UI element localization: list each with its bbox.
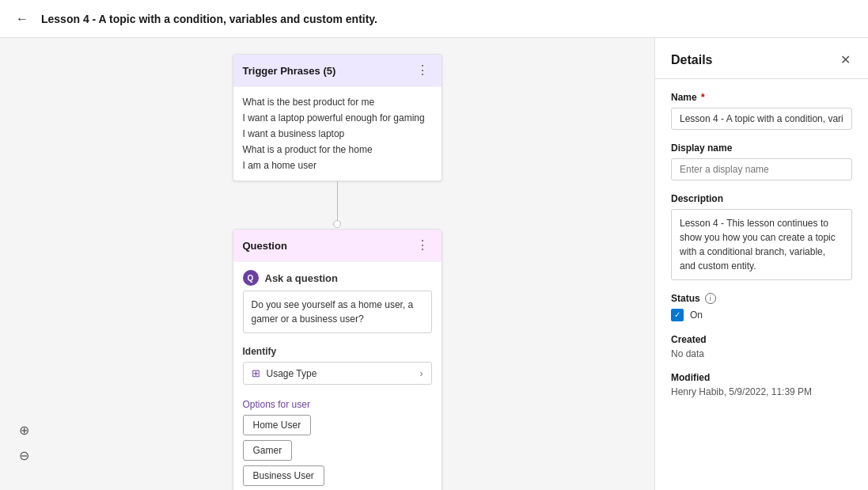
modified-value: Henry Habib, 5/9/2022, 11:39 PM <box>671 386 852 397</box>
usage-type-left: ⊞ Usage Type <box>252 367 317 379</box>
zoom-in-icon: ⊕ <box>19 423 29 438</box>
zoom-out-button[interactable]: ⊖ <box>13 444 35 466</box>
list-item: What is a product for the home <box>243 142 432 157</box>
status-on-text: On <box>690 310 703 321</box>
status-label: Status <box>671 293 700 304</box>
status-checkbox[interactable] <box>671 309 684 321</box>
identify-section: Identify ⊞ Usage Type › <box>233 341 442 393</box>
description-label: Description <box>671 193 852 204</box>
option-business-user-button[interactable]: Business User <box>243 465 324 486</box>
list-item: What is the best product for me <box>243 95 432 109</box>
question-card-header: Question ⋮ <box>233 230 442 262</box>
app-header: ← Lesson 4 - A topic with a condition, v… <box>0 0 868 38</box>
connector-line <box>337 181 338 221</box>
trigger-card-menu-button[interactable]: ⋮ <box>413 63 432 78</box>
details-header: Details ✕ <box>655 38 868 79</box>
created-section: Created No data <box>671 334 852 359</box>
question-card-menu-button[interactable]: ⋮ <box>413 237 432 253</box>
question-text-box: Do you see yourself as a home user, a ga… <box>243 291 432 333</box>
ask-question-row: Q Ask a question <box>233 262 442 291</box>
chevron-right-icon: › <box>420 368 423 379</box>
canvas-area[interactable]: Trigger Phrases (5) ⋮ What is the best p… <box>0 38 654 490</box>
display-name-field-group: Display name <box>671 142 852 180</box>
name-required-indicator: * <box>699 92 705 103</box>
details-title: Details <box>671 53 712 67</box>
question-card-title: Question <box>243 240 287 252</box>
trigger-card-title: Trigger Phrases (5) <box>243 65 336 77</box>
created-label: Created <box>671 334 852 345</box>
usage-type-text: Usage Type <box>267 368 317 379</box>
status-toggle-row: On <box>671 309 852 321</box>
zoom-controls: ⊕ ⊖ <box>13 419 35 466</box>
back-icon: ← <box>16 12 28 26</box>
page-title: Lesson 4 - A topic with a condition, var… <box>41 13 377 25</box>
details-body: Name * Display name Description Lesson 4… <box>655 79 868 410</box>
display-name-input[interactable] <box>671 158 852 180</box>
ask-question-label: Ask a question <box>265 272 338 284</box>
modified-label: Modified <box>671 372 852 383</box>
option-buttons: Home User Gamer Business User <box>233 415 442 490</box>
display-name-label: Display name <box>671 142 852 154</box>
trigger-phrases-card: Trigger Phrases (5) ⋮ What is the best p… <box>233 54 442 181</box>
description-field-group: Description Lesson 4 - This lesson conti… <box>671 193 852 280</box>
list-item: I am a home user <box>243 158 432 173</box>
status-label-row: Status i <box>671 293 852 304</box>
zoom-out-icon: ⊖ <box>19 448 29 463</box>
status-info-icon[interactable]: i <box>705 293 716 304</box>
connector-circle <box>333 220 341 228</box>
option-gamer-button[interactable]: Gamer <box>243 440 293 461</box>
name-label: Name * <box>671 92 852 103</box>
identify-label: Identify <box>243 346 432 357</box>
created-value: No data <box>671 348 852 359</box>
canvas-content: Trigger Phrases (5) ⋮ What is the best p… <box>233 54 442 490</box>
status-section: Status i On <box>671 293 852 321</box>
ask-question-icon: Q <box>243 270 259 286</box>
list-item: I want a business laptop <box>243 127 432 141</box>
name-input[interactable] <box>671 108 852 130</box>
connector <box>333 181 341 229</box>
modified-section: Modified Henry Habib, 5/9/2022, 11:39 PM <box>671 372 852 397</box>
back-button[interactable]: ← <box>13 9 32 29</box>
usage-type-icon: ⊞ <box>252 367 260 379</box>
details-panel: Details ✕ Name * Display name Descriptio… <box>654 38 868 490</box>
details-close-button[interactable]: ✕ <box>839 51 852 69</box>
usage-type-button[interactable]: ⊞ Usage Type › <box>243 362 432 385</box>
name-field-group: Name * <box>671 92 852 130</box>
trigger-card-header: Trigger Phrases (5) ⋮ <box>233 55 442 87</box>
main-layout: Trigger Phrases (5) ⋮ What is the best p… <box>0 38 868 490</box>
zoom-in-button[interactable]: ⊕ <box>13 419 35 441</box>
description-textarea[interactable]: Lesson 4 - This lesson continues to show… <box>671 209 852 280</box>
option-home-user-button[interactable]: Home User <box>243 415 312 435</box>
trigger-phrases-list: What is the best product for me I want a… <box>233 87 442 180</box>
options-for-user-label: Options for user <box>233 393 442 415</box>
list-item: I want a laptop powerful enough for gami… <box>243 111 432 125</box>
question-card: Question ⋮ Q Ask a question Do you see y… <box>233 229 442 490</box>
